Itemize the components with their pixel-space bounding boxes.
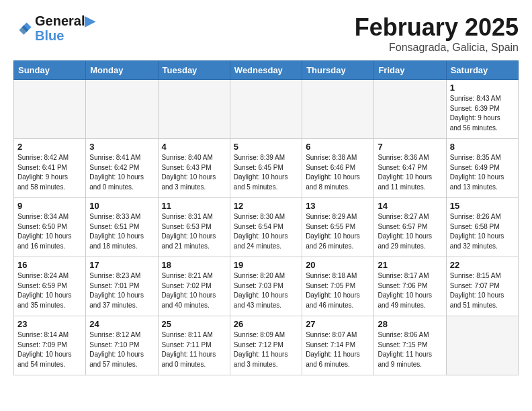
day-info: Sunrise: 8:20 AM Sunset: 7:03 PM Dayligh…: [234, 271, 298, 310]
weekday-header-tuesday: Tuesday: [158, 61, 230, 80]
calendar-table: SundayMondayTuesdayWednesdayThursdayFrid…: [13, 60, 519, 375]
day-number: 18: [162, 260, 226, 270]
day-info: Sunrise: 8:09 AM Sunset: 7:12 PM Dayligh…: [234, 330, 298, 369]
day-number: 20: [306, 260, 370, 270]
week-row-4: 16Sunrise: 8:24 AM Sunset: 6:59 PM Dayli…: [14, 257, 519, 316]
calendar-cell: 5Sunrise: 8:39 AM Sunset: 6:45 PM Daylig…: [230, 139, 302, 198]
calendar-cell: [374, 80, 446, 139]
day-number: 17: [89, 260, 154, 270]
day-number: 2: [17, 142, 82, 152]
calendar-cell: 16Sunrise: 8:24 AM Sunset: 6:59 PM Dayli…: [14, 257, 86, 316]
day-info: Sunrise: 8:21 AM Sunset: 7:02 PM Dayligh…: [162, 271, 226, 310]
day-info: Sunrise: 8:07 AM Sunset: 7:14 PM Dayligh…: [306, 330, 370, 369]
location-subtitle: Fonsagrada, Galicia, Spain: [355, 42, 519, 54]
page-header: General▶ Blue February 2025 Fonsagrada, …: [13, 13, 519, 54]
week-row-2: 2Sunrise: 8:42 AM Sunset: 6:41 PM Daylig…: [14, 139, 519, 198]
logo-text: General▶ Blue: [35, 13, 95, 43]
logo-icon: [13, 19, 32, 38]
calendar-cell: 14Sunrise: 8:27 AM Sunset: 6:57 PM Dayli…: [374, 198, 446, 257]
calendar-cell: [14, 80, 86, 139]
day-number: 9: [17, 201, 82, 211]
calendar-cell: 8Sunrise: 8:35 AM Sunset: 6:49 PM Daylig…: [446, 139, 518, 198]
title-block: February 2025 Fonsagrada, Galicia, Spain: [355, 13, 519, 54]
day-info: Sunrise: 8:26 AM Sunset: 6:58 PM Dayligh…: [450, 212, 515, 251]
weekday-header-row: SundayMondayTuesdayWednesdayThursdayFrid…: [14, 61, 519, 80]
day-number: 3: [89, 142, 154, 152]
month-title: February 2025: [355, 13, 519, 42]
day-info: Sunrise: 8:15 AM Sunset: 7:07 PM Dayligh…: [450, 271, 515, 310]
calendar-cell: 13Sunrise: 8:29 AM Sunset: 6:55 PM Dayli…: [302, 198, 374, 257]
day-info: Sunrise: 8:23 AM Sunset: 7:01 PM Dayligh…: [89, 271, 154, 310]
logo: General▶ Blue: [13, 13, 95, 43]
weekday-header-thursday: Thursday: [302, 61, 374, 80]
calendar-cell: 17Sunrise: 8:23 AM Sunset: 7:01 PM Dayli…: [86, 257, 158, 316]
day-number: 27: [306, 319, 370, 329]
day-number: 7: [378, 142, 442, 152]
day-info: Sunrise: 8:29 AM Sunset: 6:55 PM Dayligh…: [306, 212, 370, 251]
calendar-cell: 24Sunrise: 8:12 AM Sunset: 7:10 PM Dayli…: [86, 316, 158, 375]
calendar-cell: 20Sunrise: 8:18 AM Sunset: 7:05 PM Dayli…: [302, 257, 374, 316]
calendar-cell: [230, 80, 302, 139]
week-row-1: 1Sunrise: 8:43 AM Sunset: 6:39 PM Daylig…: [14, 80, 519, 139]
day-number: 22: [450, 260, 515, 270]
day-number: 1: [450, 83, 515, 93]
day-number: 6: [306, 142, 370, 152]
calendar-cell: 9Sunrise: 8:34 AM Sunset: 6:50 PM Daylig…: [14, 198, 86, 257]
day-info: Sunrise: 8:41 AM Sunset: 6:42 PM Dayligh…: [89, 153, 154, 192]
calendar-cell: 1Sunrise: 8:43 AM Sunset: 6:39 PM Daylig…: [446, 80, 518, 139]
calendar-cell: 18Sunrise: 8:21 AM Sunset: 7:02 PM Dayli…: [158, 257, 230, 316]
day-number: 21: [378, 260, 442, 270]
day-number: 19: [234, 260, 298, 270]
calendar-cell: 12Sunrise: 8:30 AM Sunset: 6:54 PM Dayli…: [230, 198, 302, 257]
calendar-cell: 23Sunrise: 8:14 AM Sunset: 7:09 PM Dayli…: [14, 316, 86, 375]
day-info: Sunrise: 8:43 AM Sunset: 6:39 PM Dayligh…: [450, 94, 515, 133]
calendar-cell: 6Sunrise: 8:38 AM Sunset: 6:46 PM Daylig…: [302, 139, 374, 198]
day-number: 26: [234, 319, 298, 329]
day-number: 4: [162, 142, 226, 152]
day-number: 13: [306, 201, 370, 211]
day-info: Sunrise: 8:36 AM Sunset: 6:47 PM Dayligh…: [378, 153, 442, 192]
day-info: Sunrise: 8:11 AM Sunset: 7:11 PM Dayligh…: [162, 330, 226, 369]
day-number: 24: [89, 319, 154, 329]
calendar-cell: [86, 80, 158, 139]
day-info: Sunrise: 8:35 AM Sunset: 6:49 PM Dayligh…: [450, 153, 515, 192]
day-info: Sunrise: 8:17 AM Sunset: 7:06 PM Dayligh…: [378, 271, 442, 310]
calendar-cell: 19Sunrise: 8:20 AM Sunset: 7:03 PM Dayli…: [230, 257, 302, 316]
day-number: 14: [378, 201, 442, 211]
calendar-cell: [158, 80, 230, 139]
calendar-cell: 7Sunrise: 8:36 AM Sunset: 6:47 PM Daylig…: [374, 139, 446, 198]
day-number: 12: [234, 201, 298, 211]
week-row-3: 9Sunrise: 8:34 AM Sunset: 6:50 PM Daylig…: [14, 198, 519, 257]
day-number: 15: [450, 201, 515, 211]
calendar-cell: [302, 80, 374, 139]
day-info: Sunrise: 8:18 AM Sunset: 7:05 PM Dayligh…: [306, 271, 370, 310]
calendar-cell: 10Sunrise: 8:33 AM Sunset: 6:51 PM Dayli…: [86, 198, 158, 257]
day-info: Sunrise: 8:40 AM Sunset: 6:43 PM Dayligh…: [162, 153, 226, 192]
day-info: Sunrise: 8:27 AM Sunset: 6:57 PM Dayligh…: [378, 212, 442, 251]
day-info: Sunrise: 8:39 AM Sunset: 6:45 PM Dayligh…: [234, 153, 298, 192]
calendar-cell: 3Sunrise: 8:41 AM Sunset: 6:42 PM Daylig…: [86, 139, 158, 198]
day-info: Sunrise: 8:42 AM Sunset: 6:41 PM Dayligh…: [17, 153, 82, 192]
weekday-header-friday: Friday: [374, 61, 446, 80]
day-number: 5: [234, 142, 298, 152]
day-number: 23: [17, 319, 82, 329]
day-number: 25: [162, 319, 226, 329]
day-number: 28: [378, 319, 442, 329]
calendar-cell: 22Sunrise: 8:15 AM Sunset: 7:07 PM Dayli…: [446, 257, 518, 316]
weekday-header-sunday: Sunday: [14, 61, 86, 80]
weekday-header-saturday: Saturday: [446, 61, 518, 80]
calendar-cell: [446, 316, 518, 375]
calendar-cell: 11Sunrise: 8:31 AM Sunset: 6:53 PM Dayli…: [158, 198, 230, 257]
day-number: 16: [17, 260, 82, 270]
weekday-header-wednesday: Wednesday: [230, 61, 302, 80]
day-info: Sunrise: 8:06 AM Sunset: 7:15 PM Dayligh…: [378, 330, 442, 369]
calendar-cell: 21Sunrise: 8:17 AM Sunset: 7:06 PM Dayli…: [374, 257, 446, 316]
calendar-cell: 4Sunrise: 8:40 AM Sunset: 6:43 PM Daylig…: [158, 139, 230, 198]
weekday-header-monday: Monday: [86, 61, 158, 80]
day-info: Sunrise: 8:12 AM Sunset: 7:10 PM Dayligh…: [89, 330, 154, 369]
day-info: Sunrise: 8:34 AM Sunset: 6:50 PM Dayligh…: [17, 212, 82, 251]
day-number: 10: [89, 201, 154, 211]
calendar-cell: 25Sunrise: 8:11 AM Sunset: 7:11 PM Dayli…: [158, 316, 230, 375]
day-info: Sunrise: 8:33 AM Sunset: 6:51 PM Dayligh…: [89, 212, 154, 251]
day-info: Sunrise: 8:14 AM Sunset: 7:09 PM Dayligh…: [17, 330, 82, 369]
